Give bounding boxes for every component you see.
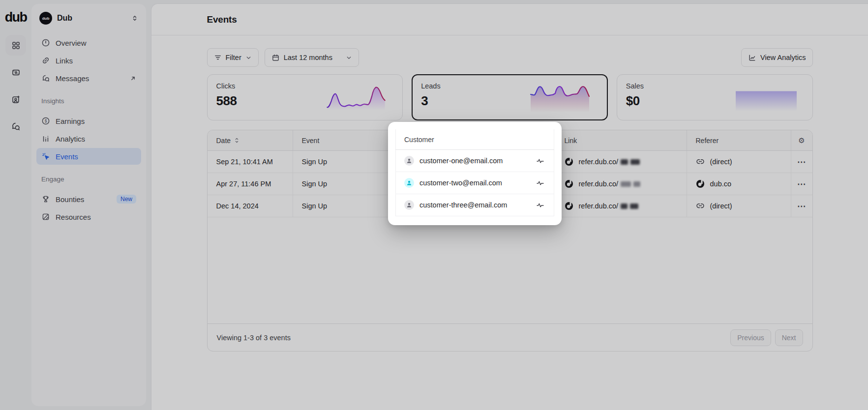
customer-email: customer-two@email.com bbox=[419, 179, 502, 187]
app-screen: dub dub Dub Overview bbox=[0, 0, 868, 410]
spotlight-column-header: Customer bbox=[395, 129, 554, 150]
customer-email: customer-three@email.com bbox=[419, 201, 507, 209]
activity-icon bbox=[537, 158, 545, 164]
customer-avatar-icon bbox=[404, 156, 414, 166]
activity-icon bbox=[537, 180, 545, 186]
customer-email: customer-one@email.com bbox=[419, 157, 503, 165]
activity-icon bbox=[537, 203, 545, 208]
customer-avatar-icon bbox=[404, 178, 414, 188]
customer-column-spotlight: Customer customer-one@email.com customer… bbox=[388, 122, 562, 225]
customer-avatar-icon bbox=[404, 200, 414, 210]
spotlight-customer-row[interactable]: customer-three@email.com bbox=[395, 194, 554, 216]
spotlight-customer-row[interactable]: customer-two@email.com bbox=[395, 172, 554, 194]
spotlight-customer-row[interactable]: customer-one@email.com bbox=[395, 150, 554, 172]
